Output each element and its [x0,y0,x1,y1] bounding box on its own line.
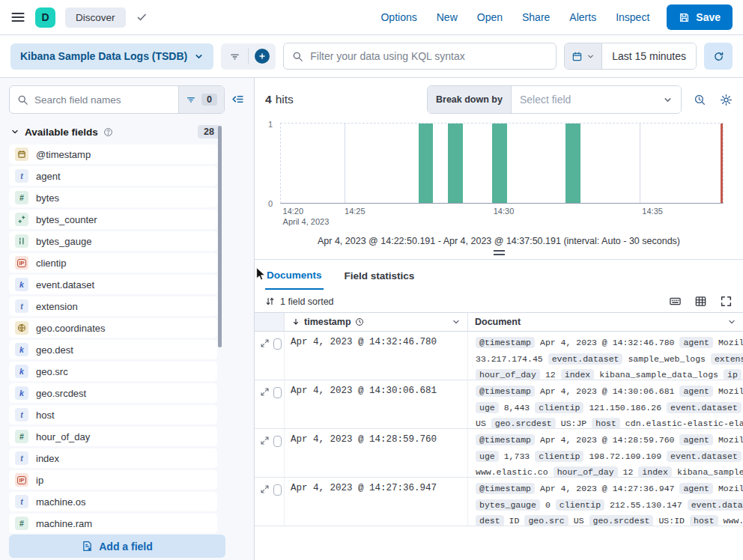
filter-icon [229,51,240,62]
add-filter-button[interactable] [249,43,276,70]
breakdown-select[interactable]: Select field [512,86,681,113]
add-field-button[interactable]: Add a field [9,535,225,558]
nav-link-inspect[interactable]: Inspect [616,11,649,23]
save-label: Save [696,11,721,23]
field-name: machine.os [36,496,85,508]
number-type-icon: # [15,517,28,530]
field-filter-icon[interactable] [186,94,196,105]
save-button[interactable]: Save [667,4,733,30]
field-item-geo.src[interactable]: kgeo.src [9,362,217,381]
chevron-down-icon[interactable] [727,317,736,326]
document-column-header[interactable]: Document [468,313,743,331]
field-name-pill: geo.srcdest [491,418,556,428]
field-item-geo.coordinates[interactable]: geo.coordinates [9,318,217,338]
breakdown-label: Break down by [428,86,512,113]
field-item-bytes[interactable]: #bytes [9,188,217,207]
field-name: ip [36,475,43,486]
nav-link-alerts[interactable]: Alerts [569,11,596,23]
row-checkbox[interactable] [273,436,282,447]
field-name-pill: index [561,369,595,380]
breadcrumb[interactable]: Discover [65,7,126,28]
document-line: www.elastic.cohour_of_day12indexkibana_s… [476,464,743,477]
time-range-button[interactable]: Last 15 minutes [602,43,696,69]
documents-grid: timestamp Document [255,312,743,526]
expand-row-icon[interactable] [260,484,270,494]
histogram-bar[interactable] [419,124,434,203]
chart-resize-handle[interactable] [494,250,505,255]
field-item-bytes_gauge[interactable]: bytes_gauge [9,231,217,251]
fullscreen-icon[interactable] [720,295,733,308]
field-value-text: Mozilla/ [718,435,743,445]
available-fields-header[interactable]: Available fields 28 [10,125,220,139]
refresh-button[interactable] [704,43,733,70]
chevron-down-icon [10,127,19,136]
tab-field-statistics[interactable]: Field statistics [343,260,416,290]
keyboard-icon[interactable] [669,295,682,308]
field-value-text: Apr 4, 2023 @ 14:30:06.681 [540,386,674,396]
field-item-@timestamp[interactable]: @timestamp [9,144,217,164]
row-checkbox[interactable] [273,338,282,350]
field-item-clientip[interactable]: IPclientip [9,253,217,273]
histogram-bar[interactable] [448,124,463,203]
gear-icon[interactable] [720,94,733,106]
field-item-agent[interactable]: tagent [9,166,217,186]
document-cell: @timestampApr 4, 2023 @ 14:30:06.681agen… [468,380,743,428]
timestamp-column-header[interactable]: timestamp [285,313,468,331]
expand-row-icon[interactable] [260,387,270,397]
field-item-geo.dest[interactable]: kgeo.dest [9,340,217,359]
chevron-down-icon[interactable] [452,317,461,326]
sidebar-scrollbar[interactable] [218,126,222,347]
table-row: Apr 4, 2023 @ 14:27:36.947@timestampApr … [255,478,743,526]
data-view-picker[interactable]: Kibana Sample Data Logs (TSDB) [10,43,213,70]
expand-row-icon[interactable] [260,338,270,348]
field-search-input[interactable]: Search field names 0 [9,85,225,114]
field-name-pill: clientip [556,499,604,511]
kql-placeholder: Filter your data using KQL syntax [310,50,464,62]
date-quick-menu-button[interactable] [565,43,602,69]
field-name-pill: index [638,466,672,477]
row-controls [255,429,285,477]
document-line: @timestampApr 4, 2023 @ 14:30:06.681agen… [476,383,743,400]
field-item-index[interactable]: tindex [9,448,217,468]
collapse-sidebar-icon[interactable] [231,93,244,106]
histogram-plot-area [280,123,724,204]
field-value-text: www.elasti [724,516,743,526]
help-icon[interactable] [103,127,113,137]
tab-documents[interactable]: Documents [265,260,324,290]
field-value-text: 12 [545,370,556,380]
field-search-placeholder: Search field names [34,94,121,106]
field-item-event.dataset[interactable]: kevent.dataset [9,275,217,294]
histogram-bar[interactable] [565,124,580,203]
histogram-bar[interactable] [492,124,507,203]
field-item-bytes_counter[interactable]: bytes_counter [9,210,217,229]
field-name-pill: host [592,418,620,428]
table-row: Apr 4, 2023 @ 14:32:46.780@timestampApr … [255,332,743,380]
field-value-text: 0 [545,500,551,510]
deployment-logo[interactable]: D [35,7,55,28]
field-item-machine.ram[interactable]: #machine.ram [9,514,217,533]
nav-link-open[interactable]: Open [477,11,503,23]
density-icon[interactable] [694,295,707,308]
nav-link-new[interactable]: New [437,11,458,23]
field-item-hour_of_day[interactable]: #hour_of_day [9,427,217,446]
document-line: 33.217.174.45event.datasetsample_web_log… [476,351,743,368]
field-item-host[interactable]: thost [9,405,217,424]
field-item-geo.srcdest[interactable]: kgeo.srcdest [9,383,217,403]
saved-filters-button[interactable] [221,43,248,70]
lens-time-icon[interactable] [694,94,706,106]
field-item-extension[interactable]: textension [9,296,217,316]
nav-link-options[interactable]: Options [380,11,416,23]
available-fields-title: Available fields [25,127,98,138]
field-item-ip[interactable]: IPip [9,470,217,490]
row-checkbox[interactable] [273,387,282,398]
menu-icon[interactable] [10,10,25,25]
field-value-text: Mozilla/ [718,484,743,493]
document-line: @timestampApr 4, 2023 @ 14:27:36.947agen… [476,481,743,497]
sorted-fields-button[interactable]: 1 field sorted [265,296,334,307]
nav-link-share[interactable]: Share [522,11,550,23]
field-item-machine.os[interactable]: tmachine.os [9,492,217,511]
expand-row-icon[interactable] [260,436,270,445]
kql-search-input[interactable]: Filter your data using KQL syntax [283,43,557,70]
row-checkbox[interactable] [273,484,282,496]
field-name: index [36,453,59,464]
